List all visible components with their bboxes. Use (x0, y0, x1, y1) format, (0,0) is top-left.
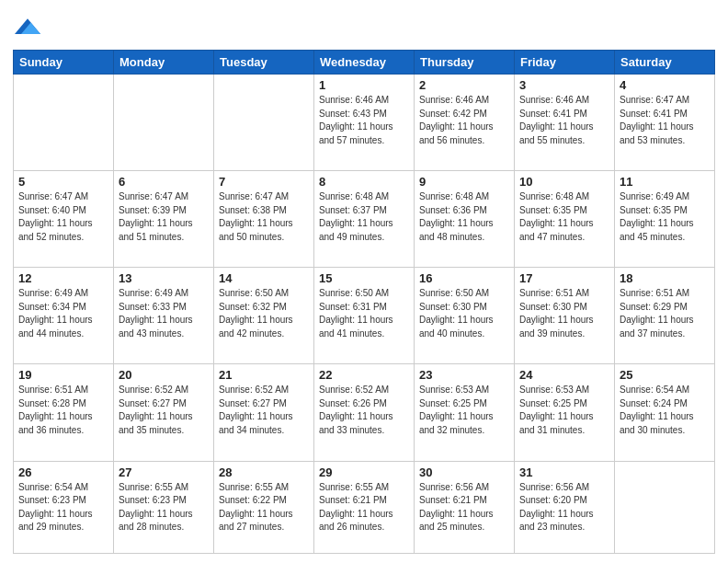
day-number: 23 (419, 368, 509, 382)
calendar-week-row: 19Sunrise: 6:51 AM Sunset: 6:28 PM Dayli… (14, 364, 715, 461)
day-info: Sunrise: 6:49 AM Sunset: 6:35 PM Dayligh… (620, 190, 710, 244)
day-info: Sunrise: 6:54 AM Sunset: 6:24 PM Dayligh… (620, 384, 710, 437)
day-number: 19 (18, 368, 108, 382)
calendar-week-row: 1Sunrise: 6:46 AM Sunset: 6:43 PM Daylig… (14, 75, 715, 171)
day-number: 9 (419, 175, 509, 189)
calendar-cell: 27Sunrise: 6:55 AM Sunset: 6:23 PM Dayli… (114, 461, 214, 553)
day-info: Sunrise: 6:56 AM Sunset: 6:21 PM Dayligh… (419, 481, 509, 534)
day-number: 26 (18, 465, 108, 479)
day-info: Sunrise: 6:56 AM Sunset: 6:20 PM Dayligh… (519, 481, 609, 534)
calendar-cell: 5Sunrise: 6:47 AM Sunset: 6:40 PM Daylig… (14, 171, 114, 268)
calendar-cell: 22Sunrise: 6:52 AM Sunset: 6:26 PM Dayli… (314, 364, 415, 461)
day-info: Sunrise: 6:52 AM Sunset: 6:27 PM Dayligh… (119, 384, 209, 437)
calendar-cell: 13Sunrise: 6:49 AM Sunset: 6:33 PM Dayli… (114, 268, 214, 364)
calendar-cell: 15Sunrise: 6:50 AM Sunset: 6:31 PM Dayli… (314, 268, 415, 364)
day-number: 27 (119, 465, 209, 479)
calendar-cell (214, 75, 314, 171)
calendar-cell: 19Sunrise: 6:51 AM Sunset: 6:28 PM Dayli… (14, 364, 114, 461)
day-info: Sunrise: 6:49 AM Sunset: 6:34 PM Dayligh… (18, 287, 108, 340)
day-number: 16 (419, 271, 509, 285)
calendar-header-row: Sunday Monday Tuesday Wednesday Thursday… (14, 51, 715, 75)
header-monday: Monday (114, 51, 214, 75)
calendar-cell: 25Sunrise: 6:54 AM Sunset: 6:24 PM Dayli… (615, 364, 715, 461)
day-info: Sunrise: 6:47 AM Sunset: 6:40 PM Dayligh… (18, 190, 108, 244)
calendar-cell: 17Sunrise: 6:51 AM Sunset: 6:30 PM Dayli… (515, 268, 615, 364)
day-number: 4 (620, 78, 710, 92)
calendar-cell: 6Sunrise: 6:47 AM Sunset: 6:39 PM Daylig… (114, 171, 214, 268)
header-sunday: Sunday (14, 51, 114, 75)
header-wednesday: Wednesday (314, 51, 415, 75)
calendar-cell: 31Sunrise: 6:56 AM Sunset: 6:20 PM Dayli… (515, 461, 615, 553)
day-info: Sunrise: 6:47 AM Sunset: 6:38 PM Dayligh… (219, 190, 309, 244)
calendar-cell: 3Sunrise: 6:46 AM Sunset: 6:41 PM Daylig… (515, 75, 615, 171)
day-info: Sunrise: 6:51 AM Sunset: 6:29 PM Dayligh… (620, 287, 710, 340)
calendar-cell: 18Sunrise: 6:51 AM Sunset: 6:29 PM Dayli… (615, 268, 715, 364)
day-info: Sunrise: 6:53 AM Sunset: 6:25 PM Dayligh… (519, 384, 609, 437)
calendar-week-row: 5Sunrise: 6:47 AM Sunset: 6:40 PM Daylig… (14, 171, 715, 268)
day-info: Sunrise: 6:47 AM Sunset: 6:39 PM Dayligh… (119, 190, 209, 244)
calendar-cell: 29Sunrise: 6:55 AM Sunset: 6:21 PM Dayli… (314, 461, 415, 553)
logo (13, 13, 40, 42)
day-number: 13 (119, 271, 209, 285)
calendar-cell: 9Sunrise: 6:48 AM Sunset: 6:36 PM Daylig… (415, 171, 515, 268)
calendar-cell: 10Sunrise: 6:48 AM Sunset: 6:35 PM Dayli… (515, 171, 615, 268)
header (13, 9, 715, 42)
day-info: Sunrise: 6:47 AM Sunset: 6:41 PM Dayligh… (620, 94, 710, 147)
calendar-cell: 23Sunrise: 6:53 AM Sunset: 6:25 PM Dayli… (415, 364, 515, 461)
logo-icon (15, 13, 40, 39)
day-info: Sunrise: 6:53 AM Sunset: 6:25 PM Dayligh… (419, 384, 509, 437)
day-number: 2 (419, 78, 509, 92)
day-number: 20 (119, 368, 209, 382)
day-info: Sunrise: 6:48 AM Sunset: 6:37 PM Dayligh… (319, 190, 409, 244)
day-info: Sunrise: 6:50 AM Sunset: 6:32 PM Dayligh… (219, 287, 309, 340)
day-number: 17 (519, 271, 609, 285)
day-number: 25 (620, 368, 710, 382)
day-info: Sunrise: 6:55 AM Sunset: 6:22 PM Dayligh… (219, 481, 309, 534)
calendar-cell: 11Sunrise: 6:49 AM Sunset: 6:35 PM Dayli… (615, 171, 715, 268)
calendar-table: Sunday Monday Tuesday Wednesday Thursday… (13, 50, 715, 554)
day-number: 1 (319, 78, 409, 92)
day-info: Sunrise: 6:55 AM Sunset: 6:21 PM Dayligh… (319, 481, 409, 534)
day-info: Sunrise: 6:51 AM Sunset: 6:30 PM Dayligh… (519, 287, 609, 340)
day-number: 10 (519, 175, 609, 189)
day-number: 18 (620, 271, 710, 285)
calendar-cell: 7Sunrise: 6:47 AM Sunset: 6:38 PM Daylig… (214, 171, 314, 268)
calendar-cell: 2Sunrise: 6:46 AM Sunset: 6:42 PM Daylig… (415, 75, 515, 171)
calendar-cell: 26Sunrise: 6:54 AM Sunset: 6:23 PM Dayli… (14, 461, 114, 553)
day-info: Sunrise: 6:50 AM Sunset: 6:30 PM Dayligh… (419, 287, 509, 340)
day-number: 12 (18, 271, 108, 285)
day-number: 30 (419, 465, 509, 479)
calendar-cell: 12Sunrise: 6:49 AM Sunset: 6:34 PM Dayli… (14, 268, 114, 364)
day-number: 21 (219, 368, 309, 382)
header-thursday: Thursday (415, 51, 515, 75)
page: Sunday Monday Tuesday Wednesday Thursday… (0, 0, 728, 563)
calendar-cell: 30Sunrise: 6:56 AM Sunset: 6:21 PM Dayli… (415, 461, 515, 553)
day-info: Sunrise: 6:48 AM Sunset: 6:36 PM Dayligh… (419, 190, 509, 244)
day-number: 28 (219, 465, 309, 479)
day-number: 24 (519, 368, 609, 382)
day-info: Sunrise: 6:46 AM Sunset: 6:43 PM Dayligh… (319, 94, 409, 147)
day-info: Sunrise: 6:49 AM Sunset: 6:33 PM Dayligh… (119, 287, 209, 340)
calendar-cell: 16Sunrise: 6:50 AM Sunset: 6:30 PM Dayli… (415, 268, 515, 364)
day-info: Sunrise: 6:54 AM Sunset: 6:23 PM Dayligh… (18, 481, 108, 534)
day-info: Sunrise: 6:46 AM Sunset: 6:41 PM Dayligh… (519, 94, 609, 147)
calendar-cell: 8Sunrise: 6:48 AM Sunset: 6:37 PM Daylig… (314, 171, 415, 268)
day-number: 3 (519, 78, 609, 92)
day-info: Sunrise: 6:50 AM Sunset: 6:31 PM Dayligh… (319, 287, 409, 340)
day-number: 14 (219, 271, 309, 285)
calendar-week-row: 26Sunrise: 6:54 AM Sunset: 6:23 PM Dayli… (14, 461, 715, 553)
calendar-cell: 1Sunrise: 6:46 AM Sunset: 6:43 PM Daylig… (314, 75, 415, 171)
calendar-cell (14, 75, 114, 171)
calendar-cell (114, 75, 214, 171)
calendar-cell: 24Sunrise: 6:53 AM Sunset: 6:25 PM Dayli… (515, 364, 615, 461)
day-number: 22 (319, 368, 409, 382)
day-info: Sunrise: 6:51 AM Sunset: 6:28 PM Dayligh… (18, 384, 108, 437)
day-number: 15 (319, 271, 409, 285)
day-number: 7 (219, 175, 309, 189)
day-info: Sunrise: 6:52 AM Sunset: 6:27 PM Dayligh… (219, 384, 309, 437)
calendar-week-row: 12Sunrise: 6:49 AM Sunset: 6:34 PM Dayli… (14, 268, 715, 364)
day-number: 31 (519, 465, 609, 479)
day-number: 29 (319, 465, 409, 479)
day-number: 8 (319, 175, 409, 189)
calendar-cell: 4Sunrise: 6:47 AM Sunset: 6:41 PM Daylig… (615, 75, 715, 171)
